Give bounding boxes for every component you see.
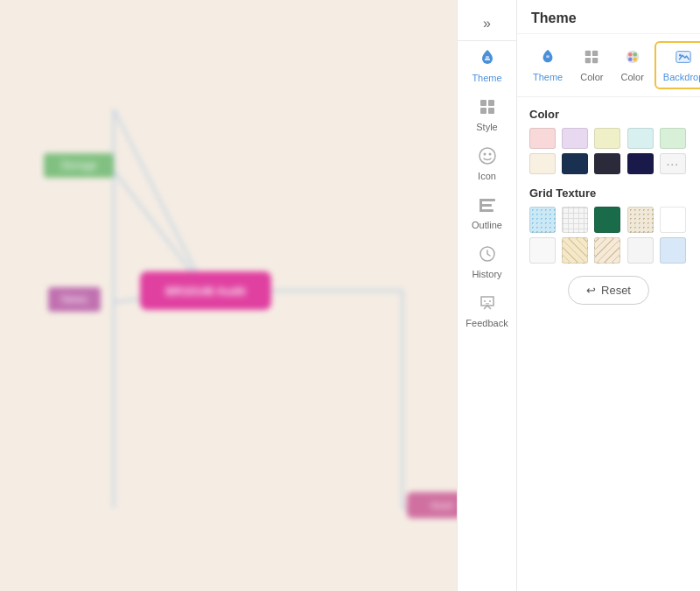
tab-color-palette[interactable]: Color [614,43,651,88]
icon-label: Icon [478,171,496,181]
texture-dots-blue[interactable] [529,207,556,233]
collapse-icon: » [483,16,491,32]
outline-icon [478,195,497,217]
sidebar-item-theme[interactable]: Theme [458,41,516,90]
texture-solid-green[interactable] [594,207,620,233]
svg-point-31 [633,57,637,61]
texture-swatches-grid [529,207,688,264]
sidebar-item-history[interactable]: History [458,237,516,286]
center-node: BR10148 Audit [140,271,271,310]
color-swatch-lavender[interactable] [562,128,588,149]
collapse-button[interactable]: » [458,7,516,41]
svg-point-30 [628,57,633,61]
sidebar-item-icon[interactable]: Icon [458,139,516,188]
sidebar-panel: » Theme Style [457,0,516,591]
texture-lines-tan2[interactable] [594,237,620,264]
color-swatch-more[interactable]: ··· [660,153,686,174]
theme-label: Theme [472,73,501,83]
svg-point-20 [484,300,486,302]
canvas-area: BR10148 Audit Storage News Asset [0,0,457,591]
tab-theme[interactable]: Theme [526,43,570,88]
texture-plain-light[interactable] [627,237,654,264]
svg-point-29 [633,53,637,57]
color-swatch-cyan[interactable] [627,128,654,149]
svg-point-14 [488,153,491,156]
color-swatch-dark-blue[interactable] [562,153,588,174]
svg-point-28 [628,53,633,57]
icon-icon [478,146,497,168]
tab-color-palette-label: Color [621,72,644,82]
tab-backdrop-label: Backdrop [663,72,700,82]
texture-section-title: Grid Texture [529,186,688,200]
outline-label: Outline [472,220,502,230]
tab-theme-icon [539,48,556,70]
color-swatch-dark-navy[interactable] [627,153,654,174]
tab-theme-label: Theme [533,72,563,82]
color-swatch-pink[interactable] [529,128,556,149]
color-swatch-green[interactable] [660,128,686,149]
texture-blue-light[interactable] [660,237,686,264]
tab-color-grid[interactable]: Color [573,43,610,88]
svg-rect-25 [585,58,591,63]
texture-plain-white2[interactable] [529,237,556,264]
tab-backdrop[interactable]: Backdrop [654,41,700,89]
svg-point-13 [483,153,486,156]
node-news: News [48,287,101,312]
svg-line-3 [114,109,206,291]
svg-rect-23 [585,51,591,56]
sidebar-item-feedback[interactable]: Feedback [458,286,516,335]
tab-color-grid-icon [583,48,600,70]
history-icon [478,244,497,266]
svg-point-27 [626,51,639,64]
reset-button[interactable]: ↩ Reset [568,276,649,305]
svg-rect-9 [488,100,494,106]
sidebar-item-style[interactable]: Style [458,90,516,139]
svg-point-21 [489,300,491,302]
panel-tabs: Theme Color [517,34,700,97]
style-label: Style [476,122,497,132]
texture-grid-light[interactable] [562,207,588,233]
tab-color-palette-icon [624,48,641,70]
panel-title: Theme [517,0,700,34]
tab-color-grid-label: Color [580,72,603,82]
color-swatch-yellow[interactable] [594,128,620,149]
texture-dots-beige[interactable] [627,207,654,233]
node-right-bottom: Asset [407,492,457,518]
color-swatches-grid: ··· [529,128,688,174]
color-section-title: Color [529,108,688,121]
panel-content: Color ··· Grid Texture [517,97,700,591]
svg-rect-7 [486,56,489,59]
reset-label: Reset [601,284,631,297]
style-icon [478,97,497,119]
right-panel: Theme Theme Color [516,0,700,591]
feedback-icon [478,293,497,315]
reset-icon: ↩ [586,284,596,297]
svg-rect-24 [592,51,598,56]
svg-rect-18 [480,199,482,212]
svg-point-12 [480,148,495,164]
color-swatch-cream[interactable] [529,153,556,174]
tab-backdrop-icon [675,48,692,70]
texture-lines-tan[interactable] [562,237,588,264]
texture-plain-white[interactable] [660,207,686,233]
svg-rect-26 [592,58,598,63]
svg-rect-22 [546,55,550,58]
color-swatch-dark-gray[interactable] [594,153,620,174]
svg-rect-8 [480,100,486,106]
feedback-label: Feedback [466,318,508,328]
svg-point-33 [679,54,682,57]
svg-rect-11 [488,108,494,114]
history-label: History [472,269,501,279]
mind-map: BR10148 Audit Storage News Asset [0,0,457,591]
sidebar-item-outline[interactable]: Outline [458,188,516,237]
node-storage: Storage [44,153,114,178]
theme-icon [478,48,497,70]
svg-rect-10 [480,108,486,114]
